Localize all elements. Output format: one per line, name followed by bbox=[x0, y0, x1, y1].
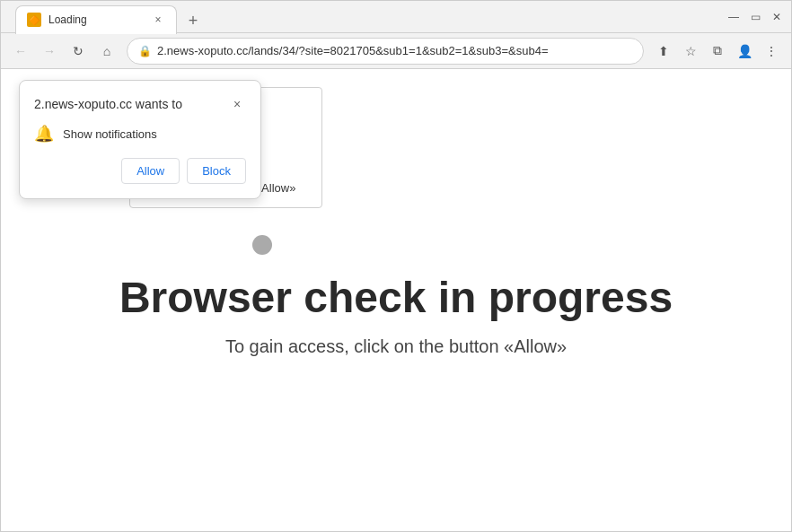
back-button[interactable]: ← bbox=[8, 39, 33, 64]
share-icon: ⬆ bbox=[658, 44, 669, 58]
close-window-button[interactable]: ✕ bbox=[770, 10, 784, 24]
main-heading: Browser check in progress bbox=[84, 273, 708, 322]
allow-button[interactable]: Allow bbox=[121, 158, 180, 184]
profile-icon: 👤 bbox=[737, 44, 752, 58]
title-bar: 🔶 Loading × + — ▭ ✕ bbox=[1, 1, 791, 33]
notification-popup: 2.news-xoputo.cc wants to × 🔔 Show notif… bbox=[19, 80, 261, 199]
split-view-button[interactable]: ⧉ bbox=[705, 39, 730, 64]
tab-favicon: 🔶 bbox=[27, 13, 41, 27]
browser-window: 🔶 Loading × + — ▭ ✕ ← → ↻ ⌂ 🔒 2.news bbox=[0, 0, 792, 532]
lock-icon: 🔒 bbox=[138, 45, 152, 57]
profile-button[interactable]: 👤 bbox=[732, 39, 757, 64]
popup-notification-row: 🔔 Show notifications bbox=[34, 124, 246, 144]
share-button[interactable]: ⬆ bbox=[651, 39, 676, 64]
menu-button[interactable]: ⋮ bbox=[759, 39, 784, 64]
bookmark-icon: ☆ bbox=[685, 44, 697, 58]
sub-heading: To gain access, click on the button «All… bbox=[225, 336, 567, 357]
block-button[interactable]: Block bbox=[187, 158, 246, 184]
reload-icon: ↻ bbox=[73, 44, 84, 58]
address-bar[interactable]: 🔒 2.news-xoputo.cc/lands/34/?site=802170… bbox=[127, 38, 644, 65]
popup-close-button[interactable]: × bbox=[228, 95, 246, 113]
popup-header: 2.news-xoputo.cc wants to × bbox=[34, 95, 246, 113]
forward-icon: → bbox=[43, 44, 56, 58]
new-tab-button[interactable]: + bbox=[180, 9, 206, 34]
bell-icon: 🔔 bbox=[34, 124, 54, 144]
toolbar: ← → ↻ ⌂ 🔒 2.news-xoputo.cc/lands/34/?sit… bbox=[1, 33, 791, 69]
menu-icon: ⋮ bbox=[765, 44, 778, 58]
home-icon: ⌂ bbox=[103, 44, 110, 58]
minimize-button[interactable]: — bbox=[726, 10, 741, 24]
tab-close-button[interactable]: × bbox=[151, 13, 165, 27]
notification-label: Show notifications bbox=[63, 127, 157, 141]
maximize-button[interactable]: ▭ bbox=[748, 10, 762, 24]
page-content: 2.news-xoputo.cc wants to × 🔔 Show notif… bbox=[1, 69, 791, 531]
window-controls: — ▭ ✕ bbox=[726, 10, 784, 24]
bookmark-button[interactable]: ☆ bbox=[678, 39, 703, 64]
split-view-icon: ⧉ bbox=[713, 43, 722, 58]
tab-title: Loading bbox=[48, 13, 144, 26]
url-text: 2.news-xoputo.cc/lands/34/?site=8021705&… bbox=[157, 44, 632, 57]
loading-spinner bbox=[252, 235, 272, 255]
tab-strip: 🔶 Loading × + bbox=[8, 0, 206, 34]
popup-actions: Allow Block bbox=[34, 158, 246, 184]
toolbar-actions: ⬆ ☆ ⧉ 👤 ⋮ bbox=[651, 39, 784, 64]
back-icon: ← bbox=[14, 44, 27, 58]
forward-button[interactable]: → bbox=[37, 39, 62, 64]
home-button[interactable]: ⌂ bbox=[94, 39, 119, 64]
active-tab[interactable]: 🔶 Loading × bbox=[15, 5, 177, 34]
popup-title: 2.news-xoputo.cc wants to bbox=[34, 97, 182, 111]
reload-button[interactable]: ↻ bbox=[66, 39, 91, 64]
